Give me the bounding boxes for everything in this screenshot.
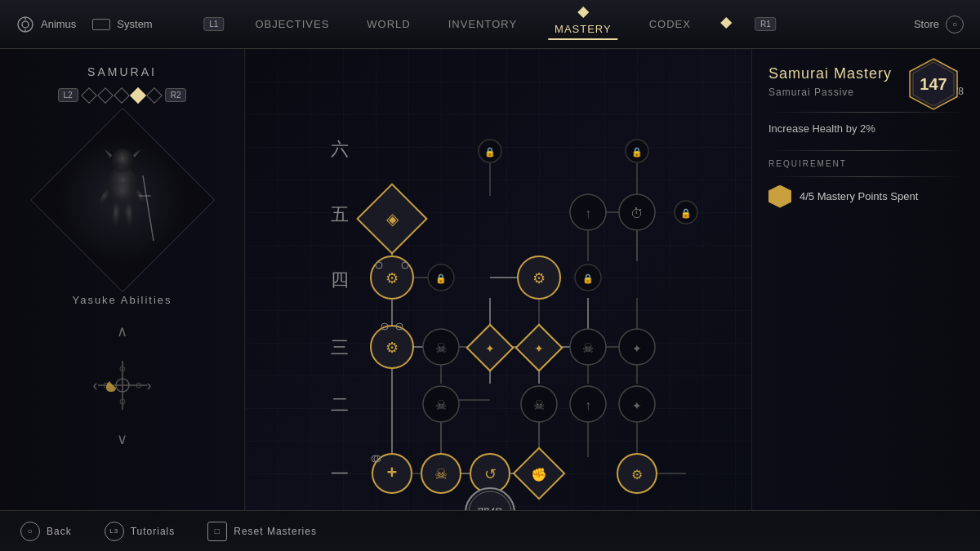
nav-objectives[interactable]: Objectives <box>248 15 336 33</box>
nav-inventory[interactable]: Inventory <box>442 15 523 33</box>
requirement-hex-icon <box>768 185 791 208</box>
reset-masteries-button[interactable]: □ Reset Masteries <box>207 522 317 541</box>
svg-text:↑: ↑ <box>585 207 591 220</box>
requirement-text: 4/5 Mastery Points Spent <box>800 190 918 202</box>
svg-text:一: 一 <box>331 464 349 484</box>
svg-text:☠: ☠ <box>435 341 447 355</box>
svg-text:✊: ✊ <box>531 467 547 482</box>
l2-trigger[interactable]: L2 <box>58 88 78 102</box>
right-panel: Samurai Mastery Samurai Passive 0/8 Incr… <box>751 49 980 510</box>
main-navigation: L1 Objectives World Inventory Mastery Co… <box>203 8 776 40</box>
svg-text:六: 六 <box>331 139 349 159</box>
top-navigation: Animus System L1 Objectives World Invent… <box>0 0 980 49</box>
svg-text:⚙: ⚙ <box>385 340 399 356</box>
svg-point-1 <box>22 21 29 28</box>
bottom-bar: ○ Back L3 Tutorials □ Reset Masteries <box>0 510 980 551</box>
nav-codex[interactable]: Codex <box>643 15 697 33</box>
svg-text:+: + <box>387 462 398 482</box>
skill-tab-3[interactable] <box>114 87 130 104</box>
back-label: Back <box>47 526 72 537</box>
animus-icon <box>16 16 34 33</box>
character-portrait <box>29 108 214 292</box>
svg-text:↑: ↑ <box>585 398 591 412</box>
nav-right: Store ○ <box>914 16 964 33</box>
skill-tab-5[interactable] <box>146 87 163 104</box>
svg-text:🔒: 🔒 <box>484 146 496 158</box>
svg-text:↺: ↺ <box>484 466 497 482</box>
svg-text:⚙: ⚙ <box>385 270 399 287</box>
scroll-down-arrow[interactable]: ∨ <box>117 430 127 448</box>
svg-text:☠: ☠ <box>582 341 594 355</box>
skill-tab-4[interactable] <box>130 87 146 104</box>
svg-rect-6 <box>109 182 136 205</box>
svg-text:🔒: 🔒 <box>582 273 594 284</box>
animus-label: Animus <box>41 18 76 30</box>
left-panel: SAMURAI L2 R2 <box>0 49 245 510</box>
svg-text:✦: ✦ <box>632 399 642 412</box>
mastery-nav-diamond <box>577 7 589 18</box>
system-label: System <box>117 18 152 30</box>
back-button[interactable]: ○ Back <box>20 522 72 541</box>
l1-trigger[interactable]: L1 <box>203 17 224 31</box>
mastery-skill-type: Samurai Passive <box>768 87 854 98</box>
skill-tabs: L2 R2 <box>58 88 187 102</box>
nav-cross: ‹ › <box>90 353 155 418</box>
svg-text:✦: ✦ <box>632 342 642 355</box>
svg-text:五: 五 <box>331 204 349 224</box>
svg-text:☠: ☠ <box>435 398 447 412</box>
svg-text:🔒: 🔒 <box>680 207 692 219</box>
requirement-label: REQUIREMENT <box>768 159 964 168</box>
main-layout: SAMURAI L2 R2 <box>0 49 980 510</box>
nav-arrow-right[interactable]: › <box>147 377 152 394</box>
tutorials-label: Tutorials <box>131 526 176 537</box>
divider-2 <box>768 150 964 151</box>
store-button[interactable]: Store ○ <box>914 16 964 33</box>
skill-tree-connections: 一 二 三 四 五 六 + ☠ ↺ <box>245 49 751 510</box>
svg-text:四: 四 <box>331 269 349 290</box>
r2-trigger[interactable]: R2 <box>165 88 187 102</box>
character-name: Yasuke Abilities <box>72 294 172 306</box>
store-icon: ○ <box>946 16 964 33</box>
system-icon <box>92 19 110 30</box>
tutorials-icon: L3 <box>105 522 124 541</box>
animus-button[interactable]: Animus <box>16 16 76 33</box>
store-label: Store <box>914 18 939 30</box>
divider-3 <box>768 176 964 177</box>
system-button[interactable]: System <box>92 18 152 30</box>
svg-text:◈: ◈ <box>386 210 399 228</box>
svg-text:⏱: ⏱ <box>630 207 644 220</box>
nav-mastery[interactable]: Mastery <box>548 20 618 40</box>
mastery-points-value: 147 <box>920 75 947 94</box>
mastery-points-container: 147 <box>905 56 962 113</box>
panel-title: SAMURAI <box>87 65 157 78</box>
skill-tab-2[interactable] <box>97 87 114 104</box>
nav-world[interactable]: World <box>360 15 416 33</box>
svg-text:⚙: ⚙ <box>631 468 643 482</box>
tutorials-button[interactable]: L3 Tutorials <box>105 522 176 541</box>
svg-text:🔒: 🔒 <box>631 146 643 158</box>
cross-icon <box>98 361 147 410</box>
mastery-description: Increase Health by 2% <box>768 121 964 137</box>
svg-text:三: 三 <box>331 337 349 358</box>
scroll-up-arrow[interactable]: ∧ <box>117 322 127 340</box>
svg-text:習得: 習得 <box>477 507 503 510</box>
reset-icon: □ <box>207 522 227 541</box>
svg-text:☠: ☠ <box>434 466 448 482</box>
back-icon: ○ <box>20 522 40 541</box>
svg-text:⚙: ⚙ <box>532 270 546 287</box>
nav-left: Animus System <box>16 16 153 33</box>
skill-tab-1[interactable] <box>81 87 97 104</box>
center-skill-tree: 一 二 三 四 五 六 + ☠ ↺ <box>245 49 751 510</box>
svg-text:✦: ✦ <box>485 342 495 355</box>
svg-text:✦: ✦ <box>534 342 544 355</box>
svg-text:☠: ☠ <box>533 398 545 412</box>
svg-line-7 <box>143 176 154 241</box>
reset-label: Reset Masteries <box>234 526 317 537</box>
svg-marker-115 <box>773 189 786 204</box>
samurai-silhouette <box>82 143 163 257</box>
requirement-item: 4/5 Mastery Points Spent <box>768 185 964 208</box>
svg-text:🔒: 🔒 <box>435 273 447 284</box>
svg-text:二: 二 <box>331 394 349 415</box>
r1-trigger[interactable]: R1 <box>755 17 777 31</box>
codex-nav-diamond <box>720 16 732 28</box>
